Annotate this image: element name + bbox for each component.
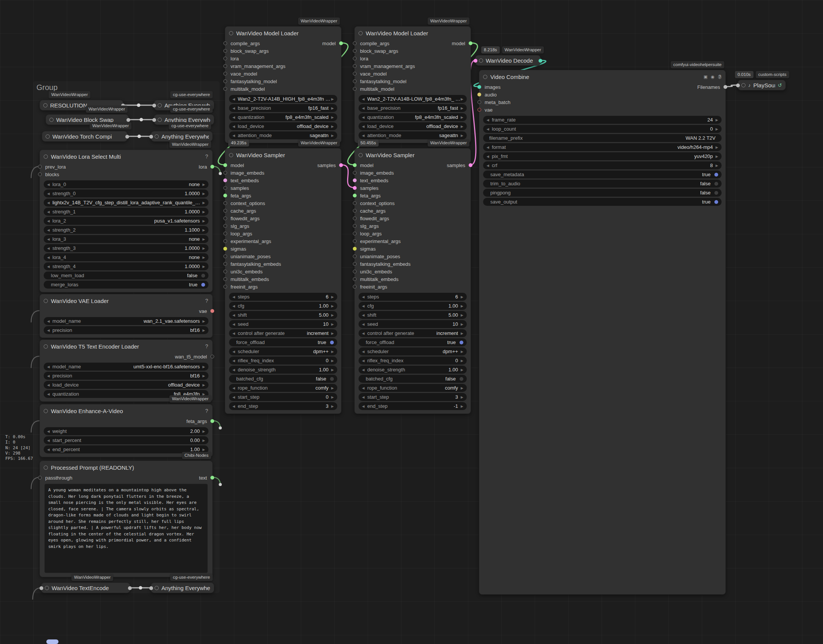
widget-model-name[interactable]: ◀model_nameumt5-xxl-enc-bf16.safetensors…	[44, 363, 209, 371]
input-port-fantasytalking-model[interactable]	[353, 79, 357, 83]
input-port-vace-model[interactable]	[223, 72, 227, 76]
input-port-blocks[interactable]	[38, 172, 42, 176]
collapse-icon[interactable]	[44, 155, 48, 159]
input-port-vae[interactable]	[477, 108, 481, 112]
widget-end-step[interactable]: ◀end_step3▶	[229, 402, 337, 410]
widget-force-offload[interactable]: force_offloadtrue	[359, 338, 467, 346]
widget-merge-loras[interactable]: merge_lorastrue	[44, 281, 209, 289]
widget-quantization[interactable]: ◀quantizationfp8_e4m3fn_scaled▶	[359, 113, 467, 121]
collapse-icon[interactable]	[44, 409, 48, 413]
node-t5-loader[interactable]: WanVideo T5 Text Encoder Loader?wan_t5_m…	[39, 339, 213, 402]
node-model-loader-high[interactable]: WanVideoWrapperWanVideo Model Loadercomp…	[225, 26, 341, 143]
widget-force-offload[interactable]: force_offloadtrue	[229, 338, 337, 346]
node-anything-everywhere-3[interactable]: cg-use-everywhereAnything Everywhere	[151, 131, 213, 142]
input-port-vace-model[interactable]	[353, 72, 357, 76]
input-port-compile-args[interactable]	[353, 41, 357, 45]
input-port-multitalk-embeds[interactable]	[223, 277, 227, 281]
input-port-block-swap-args[interactable]	[353, 49, 357, 53]
input-port-meta-batch[interactable]	[477, 100, 481, 104]
widget-strength-0[interactable]: ◀strength_01.0000▶	[44, 189, 209, 197]
input-port-context-options[interactable]	[353, 201, 357, 205]
input-port[interactable]	[39, 586, 43, 590]
collapse-icon[interactable]	[155, 586, 159, 590]
collapse-icon[interactable]	[44, 344, 48, 349]
input-port[interactable]	[736, 84, 740, 87]
input-port-fantasytalking-embeds[interactable]	[223, 262, 227, 266]
output-port[interactable]	[126, 118, 130, 122]
help-icon[interactable]: ?	[205, 153, 208, 159]
input-port-multitalk-model[interactable]	[223, 87, 227, 91]
collapse-icon[interactable]	[45, 586, 49, 590]
widget-denoise-strength[interactable]: ◀denoise_strength1.00▶	[229, 366, 337, 374]
widget-base-precision[interactable]: ◀base_precisionfp16_fast▶	[229, 104, 337, 112]
widget-attention-mode[interactable]: ◀attention_modesageattn▶	[229, 131, 337, 139]
output-port-text[interactable]	[210, 476, 214, 480]
output-port-model[interactable]	[469, 41, 472, 45]
node-header[interactable]: WanVideo Lora Select Multi	[40, 150, 212, 163]
node-header[interactable]: Anything Everywhere	[151, 131, 212, 141]
widget-lora-4[interactable]: ◀lora_4none▶	[44, 253, 209, 261]
widget-seed[interactable]: ◀seed10▶	[359, 320, 467, 328]
input-port-loop-args[interactable]	[223, 232, 227, 235]
widget-wan2-2-t2v-a14b-low-fp8-e4m3fn[interactable]: ◀Wan2_2-T2V-A14B-LOW_fp8_e4m3fn_ …▶	[359, 95, 467, 103]
input-port[interactable]	[149, 135, 153, 139]
widget-seed[interactable]: ◀seed10▶	[229, 320, 337, 328]
node-lora-select[interactable]: WanVideoWrapperWanVideo Lora Select Mult…	[39, 150, 213, 292]
widget-rope-function[interactable]: ◀rope_functioncomfy▶	[359, 384, 467, 392]
widget-quantization[interactable]: ◀quantizationfp8_e4m3fn_scaled▶	[229, 113, 337, 121]
input-port-uni3c-embeds[interactable]	[353, 270, 357, 273]
widget-lora-2[interactable]: ◀lora_2pusa_v1.safetensors▶	[44, 217, 209, 225]
widget-frame-rate[interactable]: ◀frame_rate24▶	[483, 116, 722, 124]
widget-weight[interactable]: ◀weight2.00▶	[44, 427, 209, 435]
output-port[interactable]	[539, 59, 542, 63]
widget-steps[interactable]: ◀steps6▶	[229, 293, 337, 301]
widget-batched-cfg[interactable]: batched_cfgfalse	[229, 375, 337, 383]
input-port-compile-args[interactable]	[223, 41, 227, 45]
help-icon[interactable]: ?	[718, 74, 721, 80]
node-model-loader-low[interactable]: WanVideoWrapperWanVideo Model Loadercomp…	[354, 26, 471, 143]
input-port-images[interactable]	[477, 85, 481, 89]
input-port-flowedit-args[interactable]	[353, 216, 357, 220]
widget-shift[interactable]: ◀shift5.00▶	[229, 311, 337, 319]
node-header[interactable]: WanVideo TextEncode	[41, 583, 130, 593]
collapse-icon[interactable]	[479, 58, 483, 63]
input-port-text-embeds[interactable]	[223, 178, 227, 182]
widget-save-output[interactable]: save_outputtrue	[483, 198, 722, 206]
widget-steps[interactable]: ◀steps6▶	[359, 293, 467, 301]
node-enhance-a-video[interactable]: WanVideoWrapperWanVideo Enhance-A-Video?…	[39, 404, 213, 457]
input-port[interactable]	[474, 59, 477, 63]
input-port-freeinit-args[interactable]	[353, 285, 357, 289]
input-port-experimental-args[interactable]	[353, 239, 357, 243]
node-torch-compile[interactable]: WanVideoWrapperWanVideo Torch Compi	[42, 131, 128, 142]
node-vae-loader[interactable]: WanVideo VAE Loader?vae◀model_namewan_2.…	[39, 294, 213, 338]
node-playsound[interactable]: 0.010scustom-scripts♪PlaySound↺	[738, 80, 786, 90]
input-port-prev-lora[interactable]	[38, 165, 42, 169]
collapse-icon[interactable]	[359, 31, 363, 35]
widget-control-after-generate[interactable]: ◀control after generateincrement▶	[359, 329, 467, 337]
record-icon[interactable]: ◉	[711, 74, 715, 79]
node-anything-everywhere-4[interactable]: cg-use-everywhereAnything Everywhere	[151, 582, 214, 593]
input-port-experimental-args[interactable]	[223, 239, 227, 243]
node-video-combine[interactable]: comfyui-videohelpersuiteVideo Combine▣◉◎…	[479, 70, 726, 595]
node-header[interactable]: WanVideo Decode	[475, 55, 540, 65]
widget-end-step[interactable]: ◀end_step-1▶	[359, 402, 467, 410]
input-port-freeinit-args[interactable]	[223, 285, 227, 289]
input-port-lora[interactable]	[223, 57, 227, 60]
collapse-icon[interactable]	[43, 103, 47, 107]
input-port[interactable]	[149, 586, 153, 590]
input-port-model[interactable]	[353, 163, 357, 167]
widget-lora-3[interactable]: ◀lora_3none▶	[44, 235, 209, 243]
widget-lora-0[interactable]: ◀lora_0none▶	[44, 180, 209, 188]
widget-pingpong[interactable]: pingpongfalse	[483, 189, 722, 197]
output-port[interactable]	[125, 135, 129, 139]
widget-scheduler[interactable]: ◀schedulerdpm++▶	[359, 347, 467, 355]
widget-base-precision[interactable]: ◀base_precisionfp16_fast▶	[359, 104, 467, 112]
node-sampler-high[interactable]: 49.235sWanVideoWrapperWanVideo Samplermo…	[225, 148, 341, 414]
collapse-icon[interactable]	[158, 103, 162, 107]
node-textencode[interactable]: WanVideoWrapperWanVideo TextEncode	[41, 582, 130, 593]
input-port-audio[interactable]	[477, 93, 481, 96]
widget-pix-fmt[interactable]: ◀pix_fmtyuv420p▶	[483, 152, 722, 160]
input-port-passthrough[interactable]	[38, 476, 42, 480]
input-port-image-embeds[interactable]	[353, 171, 357, 175]
node-header[interactable]: WanVideo T5 Text Encoder Loader	[40, 340, 212, 353]
